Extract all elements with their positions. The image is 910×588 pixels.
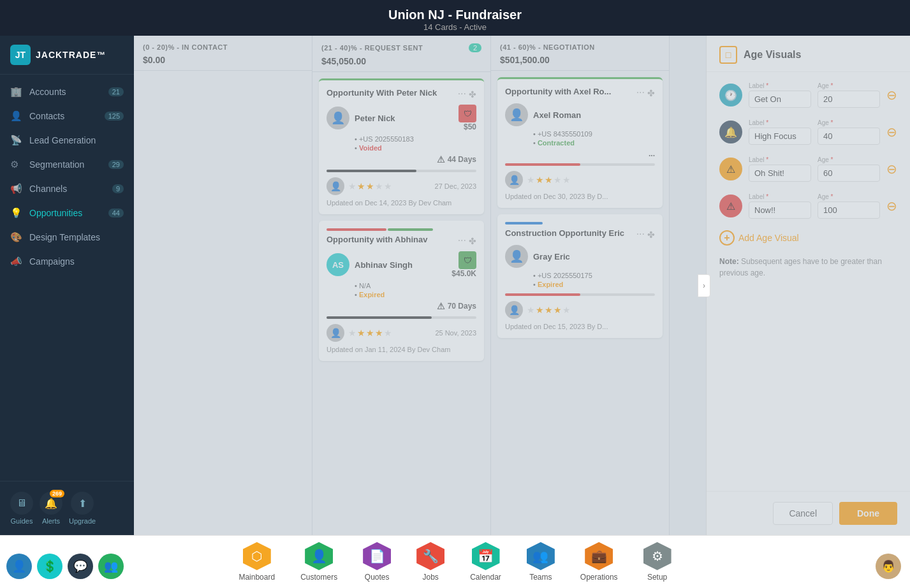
bottom-left-icon-3[interactable]: 💬 (68, 554, 93, 579)
card-days-card2: ⚠ 70 Days (437, 301, 476, 311)
nav-icon-opportunities: 💡 (10, 207, 23, 219)
card-avatar-card1: 👤 (327, 107, 349, 129)
kanban-card-card4[interactable]: Construction Opportunity Eric ··· ✤ 👤 Gr… (497, 214, 663, 338)
bottom-left-icon-2[interactable]: 💲 (37, 554, 62, 579)
card-menu-card2[interactable]: ··· (458, 235, 466, 246)
age-visual-row-av3: ⚠ Label * Age * ⊖ (719, 156, 897, 182)
age-label-input-av4[interactable] (749, 202, 811, 219)
card-footer-avatar-card3: 👤 (505, 171, 523, 189)
bottom-nav-label-mainboard: Mainboard (239, 573, 275, 582)
age-remove-btn-av1[interactable]: ⊖ (886, 89, 897, 101)
kanban-card-card3[interactable]: Opportunity with Axel Ro... ··· ✤ 👤 Axel… (497, 77, 663, 208)
kanban-cards-col1 (134, 71, 312, 535)
age-visual-icon-av1: 🕐 (719, 84, 742, 107)
sidebar-item-contacts[interactable]: 👤 Contacts 125 (0, 104, 134, 128)
card-footer-avatar-card4: 👤 (505, 301, 523, 319)
bottom-nav-item-customers[interactable]: 👤 Customers (288, 540, 350, 584)
card-progress-card2 (327, 316, 476, 319)
nav-label-campaigns: Campaigns (29, 256, 75, 267)
done-button[interactable]: Done (839, 502, 897, 525)
age-remove-btn-av3[interactable]: ⊖ (886, 163, 897, 175)
bottom-nav-item-teams[interactable]: 👥 Teams (514, 540, 568, 584)
kanban-card-card2[interactable]: Opportunity with Abhinav ··· ✤ AS Abhina… (319, 221, 484, 361)
bottom-left-icon-1[interactable]: 👤 (6, 554, 32, 579)
age-label-input-av1[interactable] (749, 91, 811, 108)
nav-label-accounts: Accounts (29, 87, 66, 97)
bottom-nav-item-jobs[interactable]: 🔧 Jobs (404, 540, 457, 584)
sidebar-item-design-templates[interactable]: 🎨 Design Templates (0, 225, 134, 249)
sidebar-bottom: 🖥 Guides 🔔 269 Alerts ⬆ Upgrade (0, 481, 134, 535)
bottom-nav-label-setup: Setup (647, 573, 667, 582)
logo-text: JACKTRADE™ (36, 50, 106, 60)
card-progress-card1 (327, 170, 476, 172)
bottom-nav-item-operations[interactable]: 💼 Operations (568, 540, 631, 584)
age-remove-btn-av4[interactable]: ⊖ (886, 200, 897, 212)
card-menu-card1[interactable]: ··· (458, 88, 466, 99)
nav-icon-campaigns: 📣 (10, 256, 23, 267)
age-value-input-av3[interactable] (818, 165, 880, 182)
sidebar: JT JACKTRADE™ 🏢 Accounts 21 👤 Contacts 1… (0, 36, 134, 535)
panel-body: 🕐 Label * Age * ⊖ 🔔 Label * Age * ⊖ (707, 72, 910, 491)
cancel-button[interactable]: Cancel (773, 502, 833, 525)
card-menu-card3[interactable]: ··· (636, 87, 645, 98)
kanban-card-card1[interactable]: Opportunity With Peter Nick ··· ✤ 👤 Pete… (319, 78, 484, 214)
kanban-area: (0 - 20)% - IN CONTACT $0.00 (21 - 40)% … (134, 36, 706, 535)
card-drag-card2[interactable]: ✤ (469, 236, 476, 246)
card-footer-date-card1: 27 Dec, 2023 (435, 182, 476, 190)
card-footer-date-card2: 25 Nov, 2023 (435, 329, 476, 337)
nav-items: 🏢 Accounts 21 👤 Contacts 125 📡 Lead Gene… (0, 75, 134, 481)
card-phone-card2: • N/A (355, 282, 476, 290)
panel-toggle-button[interactable]: › (698, 274, 710, 297)
age-value-input-av4[interactable] (818, 202, 880, 219)
card-drag-card1[interactable]: ✤ (469, 89, 476, 99)
nav-label-channels: Channels (29, 184, 67, 194)
bottom-nav-label-jobs: Jobs (422, 573, 438, 582)
logo-icon: JT (10, 45, 31, 65)
top-header: Union NJ - Fundraiser 14 Cards - Active (0, 0, 910, 36)
bottom-nav-item-setup[interactable]: ⚙ Setup (631, 540, 684, 584)
sidebar-item-channels[interactable]: 📢 Channels 9 (0, 177, 134, 201)
card-amount-card2: $45.0K (451, 269, 476, 278)
sidebar-item-opportunities[interactable]: 💡 Opportunities 44 (0, 201, 134, 225)
card-title-card1: Opportunity With Peter Nick (327, 88, 458, 98)
bottom-nav-item-mainboard[interactable]: ⬡ Mainboard (226, 540, 288, 584)
sidebar-item-accounts[interactable]: 🏢 Accounts 21 (0, 80, 134, 104)
age-value-input-av1[interactable] (818, 91, 880, 108)
card-title-card2: Opportunity with Abhinav (327, 235, 458, 244)
card-drag-card3[interactable]: ✤ (647, 88, 655, 98)
card-status-card1: Voided (359, 144, 382, 152)
main-area: JT JACKTRADE™ 🏢 Accounts 21 👤 Contacts 1… (0, 36, 910, 535)
age-label-input-av2[interactable] (749, 128, 811, 145)
age-visual-row-av1: 🕐 Label * Age * ⊖ (719, 82, 897, 108)
sidebar-bottom-icon-upgrade: ⬆ (71, 492, 94, 515)
sidebar-bottom-alerts[interactable]: 🔔 269 Alerts (40, 492, 62, 525)
bottom-left-icon-4[interactable]: 👥 (98, 554, 124, 579)
card-drag-card4[interactable]: ✤ (647, 230, 655, 240)
bottom-nav-icon-calendar: 📅 (472, 542, 500, 570)
sidebar-item-lead-generation[interactable]: 📡 Lead Generation (0, 128, 134, 152)
add-age-visual-button[interactable]: + Add Age Visual (719, 230, 897, 246)
sidebar-bottom-upgrade[interactable]: ⬆ Upgrade (69, 492, 96, 525)
nav-label-design-templates: Design Templates (29, 232, 100, 242)
user-avatar[interactable]: 👨 (876, 554, 901, 579)
card-progress-card4 (505, 293, 655, 296)
age-label-input-av3[interactable] (749, 165, 811, 182)
bottom-nav-item-calendar[interactable]: 📅 Calendar (457, 540, 514, 584)
card-person-name-card4: Gray Eric (533, 252, 570, 261)
card-updated-card2: Updated on Jan 11, 2024 By Dev Cham (327, 346, 476, 353)
bottom-nav-item-quotes[interactable]: 📄 Quotes (350, 540, 404, 584)
sidebar-logo: JT JACKTRADE™ (0, 36, 134, 75)
bottom-nav-icon-mainboard: ⬡ (243, 542, 271, 570)
sidebar-item-campaigns[interactable]: 📣 Campaigns (0, 249, 134, 274)
bottom-nav-bar: 👤 💲 💬 👥 ⬡ Mainboard 👤 Customers 📄 Quotes… (0, 535, 910, 588)
sidebar-bottom-guides[interactable]: 🖥 Guides (10, 492, 33, 525)
nav-label-lead-generation: Lead Generation (29, 135, 96, 145)
card-days-card1: ⚠ 44 Days (437, 154, 476, 165)
sidebar-item-segmentation[interactable]: ⚙ Segmentation 29 (0, 152, 134, 177)
age-visual-icon-av3: ⚠ (719, 158, 742, 180)
age-remove-btn-av2[interactable]: ⊖ (886, 126, 897, 138)
card-menu-card4[interactable]: ··· (636, 228, 645, 240)
age-value-input-av2[interactable] (818, 128, 880, 145)
card-person-name-card2: Abhinav Singh (355, 260, 413, 270)
page-title: Union NJ - Fundraiser (0, 8, 910, 22)
